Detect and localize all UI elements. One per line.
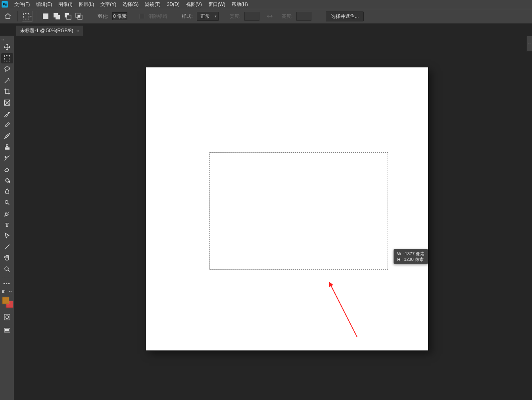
svg-rect-8 — [78, 15, 80, 17]
menu-help[interactable]: 帮助(H) — [229, 0, 251, 9]
separator — [17, 11, 18, 21]
menu-select[interactable]: 选择(S) — [119, 0, 142, 9]
separator — [37, 11, 37, 21]
wand-icon — [4, 77, 11, 84]
panel-handle[interactable]: ›› — [0, 37, 14, 42]
menu-file[interactable]: 文件(F) — [11, 0, 33, 9]
options-bar: ▾ 羽化: 0 像素 消除锯齿 样式: 正常 ▾ 宽度: 高度: 选择并遮住..… — [0, 9, 532, 24]
svg-point-17 — [6, 316, 9, 319]
svg-rect-3 — [56, 15, 60, 19]
feather-input[interactable]: 0 像素 — [112, 12, 127, 20]
type-tool[interactable]: T — [1, 220, 13, 230]
chevron-down-icon: ▾ — [30, 15, 32, 18]
app-logo-icon: Ps — [2, 1, 8, 8]
svg-rect-12 — [4, 122, 10, 128]
line-icon — [4, 243, 11, 251]
clone-stamp-tool[interactable] — [1, 142, 13, 152]
document-tabs: 未标题-1 @ 50%(RGB/8) × — [0, 24, 532, 36]
menu-window[interactable]: 窗口(W) — [205, 0, 229, 9]
stamp-icon — [4, 144, 11, 151]
menu-layer[interactable]: 图层(L) — [76, 0, 98, 9]
gradient-tool[interactable] — [1, 175, 13, 186]
healing-brush-tool[interactable] — [1, 120, 13, 130]
move-tool[interactable] — [1, 42, 13, 52]
selection-new-button[interactable] — [41, 12, 50, 21]
menu-bar: Ps 文件(F) 编辑(E) 图像(I) 图层(L) 文字(Y) 选择(S) 滤… — [0, 0, 532, 9]
dodge-tool[interactable] — [1, 197, 13, 208]
move-icon — [4, 44, 11, 51]
hand-tool[interactable] — [1, 253, 13, 263]
home-button[interactable] — [2, 11, 13, 22]
screenmode-icon — [4, 327, 11, 334]
menu-view[interactable]: 视图(V) — [183, 0, 205, 9]
close-tab-button[interactable]: × — [77, 29, 79, 33]
drop-icon — [4, 188, 11, 195]
selection-subtract-icon — [64, 13, 71, 20]
svg-rect-1 — [43, 13, 48, 19]
selection-marquee — [209, 152, 388, 270]
svg-point-10 — [5, 67, 10, 70]
selection-add-button[interactable] — [52, 12, 61, 21]
default-colors-icon[interactable]: ◧ — [2, 289, 6, 293]
hand-icon — [4, 255, 11, 262]
menu-3d[interactable]: 3D(D) — [164, 0, 183, 9]
history-brush-tool[interactable] — [1, 153, 13, 163]
current-tool-indicator[interactable]: ▾ — [22, 11, 33, 22]
selection-intersect-icon — [75, 13, 83, 20]
eyedropper-icon — [4, 110, 11, 117]
swap-colors-icon[interactable]: ⤺ — [9, 289, 12, 293]
brush-tool[interactable] — [1, 131, 13, 141]
document-tab[interactable]: 未标题-1 @ 50%(RGB/8) × — [16, 25, 83, 36]
frame-tool[interactable] — [1, 98, 13, 108]
magnifier-icon — [4, 266, 11, 273]
selection-dimensions-tooltip: W : 1877 像素 H : 1230 像素 — [394, 249, 428, 264]
quickmask-icon — [4, 314, 11, 321]
pen-tool[interactable] — [1, 209, 13, 219]
right-panel-expand[interactable]: ‹‹ — [526, 36, 532, 52]
svg-rect-19 — [5, 329, 9, 331]
menu-type[interactable]: 文字(Y) — [97, 0, 119, 9]
svg-point-13 — [8, 181, 10, 182]
pen-icon — [4, 210, 11, 217]
antialias-label: 消除锯齿 — [148, 13, 167, 20]
magic-wand-tool[interactable] — [1, 75, 13, 86]
dodge-icon — [4, 199, 11, 206]
foreground-color[interactable] — [2, 297, 9, 304]
style-label: 样式: — [182, 13, 192, 20]
screen-mode-button[interactable] — [1, 325, 13, 336]
brush-icon — [4, 132, 11, 140]
svg-rect-5 — [67, 15, 71, 19]
style-select[interactable]: 正常 ▾ — [197, 12, 219, 21]
selection-intersect-button[interactable] — [75, 12, 83, 21]
crop-icon — [4, 88, 11, 95]
edit-toolbar-button[interactable]: ••• — [1, 279, 13, 289]
quick-mask-button[interactable] — [1, 312, 13, 322]
menu-edit[interactable]: 编辑(E) — [33, 0, 55, 9]
selection-add-icon — [53, 13, 60, 20]
antialias-checkbox — [139, 14, 144, 19]
width-input — [244, 12, 259, 21]
svg-point-14 — [5, 201, 8, 204]
eyedropper-tool[interactable] — [1, 109, 13, 119]
path-selection-tool[interactable] — [1, 231, 13, 241]
height-label: 高度: — [282, 13, 292, 20]
svg-point-15 — [5, 267, 8, 270]
blur-tool[interactable] — [1, 186, 13, 197]
menu-image[interactable]: 图像(I) — [55, 0, 75, 9]
crop-tool[interactable] — [1, 86, 13, 97]
eraser-tool[interactable] — [1, 164, 13, 174]
line-tool[interactable] — [1, 242, 13, 252]
selection-subtract-button[interactable] — [63, 12, 72, 21]
color-swatches[interactable] — [1, 296, 13, 308]
lasso-tool[interactable] — [1, 64, 13, 75]
select-and-mask-button[interactable]: 选择并遮住... — [326, 11, 364, 21]
rectangular-marquee-tool[interactable] — [1, 53, 13, 63]
menu-filter[interactable]: 滤镜(T) — [142, 0, 163, 9]
swap-wh-icon — [267, 13, 273, 19]
type-icon: T — [5, 222, 9, 228]
svg-rect-9 — [4, 56, 10, 61]
zoom-tool[interactable] — [1, 264, 13, 274]
eraser-icon — [4, 166, 11, 173]
lasso-icon — [4, 66, 11, 73]
home-icon — [4, 13, 12, 20]
